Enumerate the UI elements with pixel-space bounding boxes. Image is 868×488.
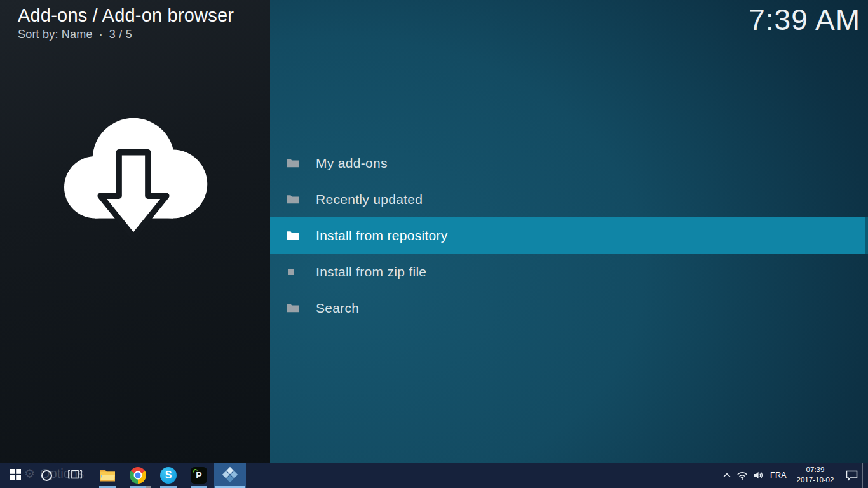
screen: Add-ons / Add-on browser Sort by: Name·3… <box>0 0 868 488</box>
menu-item-label: Recently updated <box>316 192 423 207</box>
skype-icon: S <box>160 467 177 484</box>
menu-item-recently-updated[interactable]: Recently updated <box>270 181 868 217</box>
kodi-header: Add-ons / Add-on browser Sort by: Name·3… <box>18 5 234 41</box>
sort-by-label[interactable]: Sort by: Name <box>18 28 93 41</box>
menu-item-search[interactable]: Search <box>270 290 868 326</box>
show-desktop-button[interactable] <box>863 463 868 488</box>
task-view-icon <box>68 470 82 481</box>
cortana-search-button[interactable] <box>33 463 60 488</box>
folder-icon <box>287 158 299 168</box>
sort-status: Sort by: Name·3 / 5 <box>18 28 234 41</box>
taskbar-apps: S P <box>92 463 246 488</box>
wifi-icon[interactable] <box>734 463 750 488</box>
menu-item-install-from-zip-file[interactable]: Install from zip file <box>270 254 868 290</box>
windows-logo-icon <box>10 469 21 482</box>
tray-time: 07:39 <box>806 466 825 473</box>
kodi-icon <box>222 466 238 485</box>
separator-dot: · <box>99 28 103 41</box>
menu-item-install-from-repository[interactable]: Install from repository <box>270 217 868 254</box>
menu-item-label: Install from zip file <box>316 264 426 280</box>
start-button[interactable] <box>0 463 31 488</box>
tray-chevron-up-icon[interactable] <box>720 463 734 488</box>
windows-taskbar: ⚙ Options <box>0 463 868 488</box>
task-view-button[interactable] <box>61 463 89 488</box>
taskbar-p-app[interactable]: P <box>184 463 214 488</box>
taskbar-kodi[interactable] <box>214 463 246 488</box>
page-title: Add-ons / Add-on browser <box>18 5 234 26</box>
file-explorer-icon <box>99 468 116 484</box>
taskbar-chrome[interactable] <box>123 463 153 488</box>
menu-item-label: Search <box>316 301 359 316</box>
file-icon <box>287 266 299 277</box>
addon-browser-cloud-icon <box>54 105 213 243</box>
chrome-icon <box>130 467 146 484</box>
open-folder-icon <box>287 230 299 241</box>
p-app-icon: P <box>191 467 207 484</box>
tray-date: 2017-10-02 <box>797 476 834 484</box>
menu-item-my-addons[interactable]: My add-ons <box>270 145 868 181</box>
item-position: 3 / 5 <box>109 28 132 41</box>
menu-item-label: Install from repository <box>316 228 448 243</box>
speaker-icon[interactable] <box>750 463 767 488</box>
action-center-icon[interactable] <box>841 463 862 488</box>
cortana-circle-icon <box>41 470 52 481</box>
system-tray: FRA 07:39 2017-10-02 <box>720 463 868 488</box>
language-indicator[interactable]: FRA <box>767 463 790 488</box>
addon-menu: My add-ons Recently updated Install from… <box>270 145 868 326</box>
taskbar-file-explorer[interactable] <box>92 463 123 488</box>
folder-icon <box>287 302 299 313</box>
taskbar-skype[interactable]: S <box>153 463 184 488</box>
kodi-left-panel: Add-ons / Add-on browser Sort by: Name·3… <box>0 0 270 488</box>
menu-item-label: My add-ons <box>316 156 388 171</box>
folder-icon <box>287 194 299 205</box>
kodi-clock: 7:39 AM <box>749 3 860 37</box>
tray-clock[interactable]: 07:39 2017-10-02 <box>790 465 841 485</box>
